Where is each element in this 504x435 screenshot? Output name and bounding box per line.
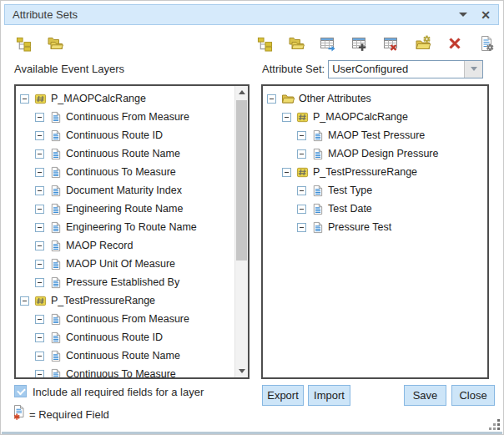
- tree-item[interactable]: MAOP Test Pressure: [263, 126, 487, 144]
- collapse-box-icon[interactable]: [20, 296, 29, 306]
- tree-item[interactable]: MAOP Design Pressure: [263, 144, 487, 163]
- dropdown-button[interactable]: [464, 61, 482, 78]
- collapse-box-icon[interactable]: [35, 186, 44, 195]
- field-icon: [49, 276, 62, 289]
- save-button[interactable]: Save: [404, 385, 446, 406]
- collapse-box-icon[interactable]: [35, 333, 44, 342]
- attribute-set-label: Attribute Set:: [262, 63, 325, 75]
- tree-item-label: Continuous To Measure: [66, 368, 176, 377]
- collapse-box-icon[interactable]: [35, 370, 44, 378]
- tree-item-label: MAOP Unit Of Measure: [66, 258, 175, 270]
- collapse-box-icon[interactable]: [35, 278, 44, 287]
- collapse-box-icon[interactable]: [297, 223, 306, 232]
- vertical-scrollbar[interactable]: [234, 86, 248, 377]
- close-button[interactable]: Close: [451, 385, 495, 406]
- collapse-box-icon[interactable]: [35, 260, 44, 269]
- tree-item[interactable]: MAOP Unit Of Measure: [16, 255, 235, 273]
- collapse-box-icon[interactable]: [297, 186, 306, 195]
- attribute-folders-icon[interactable]: [287, 34, 305, 53]
- table-export-icon[interactable]: [319, 34, 337, 53]
- scroll-down-icon[interactable]: [235, 365, 248, 377]
- layer-icon: [296, 166, 309, 179]
- table-add-icon[interactable]: [350, 34, 369, 53]
- tree-item-label: Document Maturity Index: [66, 185, 182, 196]
- available-event-layers-label: Available Event Layers: [14, 63, 124, 75]
- tree-item-label: Continuous From Measure: [66, 111, 189, 123]
- scrollbar-thumb[interactable]: [236, 100, 247, 260]
- event-layer-folders-icon[interactable]: [46, 34, 64, 53]
- collapse-box-icon[interactable]: [267, 94, 276, 104]
- toolbar-left-group: [14, 34, 64, 53]
- collapse-box-icon[interactable]: [35, 113, 44, 122]
- import-button[interactable]: Import: [308, 385, 350, 406]
- collapse-box-icon[interactable]: [297, 131, 306, 140]
- tree-item[interactable]: Engineering Route Name: [16, 200, 235, 218]
- tree-item[interactable]: Other Attributes: [263, 89, 487, 108]
- collapse-box-icon[interactable]: [35, 149, 44, 159]
- close-icon[interactable]: ✕: [481, 9, 491, 21]
- collapse-box-icon[interactable]: [297, 205, 306, 214]
- tree-item-label: Continuous To Measure: [66, 166, 176, 178]
- tree-item-label: Pressure Established By: [66, 276, 179, 288]
- new-folder-icon[interactable]: [414, 34, 432, 53]
- tree-item[interactable]: Continuous From Measure: [16, 108, 235, 126]
- tree-item[interactable]: Continuous From Measure: [16, 310, 235, 328]
- collapse-icon[interactable]: [459, 13, 467, 17]
- tree-item[interactable]: Document Maturity Index: [16, 181, 235, 200]
- tree-item[interactable]: Continuous Route ID: [16, 328, 235, 346]
- resize-grip[interactable]: [489, 419, 500, 430]
- available-layers-panel: P_MAOPCalcRangeContinuous From MeasureCo…: [14, 84, 249, 379]
- collapse-box-icon[interactable]: [35, 205, 44, 214]
- dialog-title: Attribute Sets: [13, 8, 459, 21]
- required-field-icon: [12, 404, 27, 424]
- tree-item[interactable]: Continuous To Measure: [16, 163, 235, 181]
- collapse-box-icon[interactable]: [35, 131, 44, 140]
- tree-item[interactable]: P_MAOPCalcRange: [16, 89, 235, 108]
- collapse-box-icon[interactable]: [297, 149, 306, 159]
- scroll-up-icon[interactable]: [235, 86, 248, 99]
- attribute-set-dropdown[interactable]: UserConfigured: [328, 60, 483, 78]
- tree-item[interactable]: Continuous To Measure: [16, 365, 235, 377]
- table-remove-icon[interactable]: [382, 34, 401, 53]
- tree-item[interactable]: P_TestPressureRange: [16, 291, 235, 310]
- delete-icon[interactable]: [446, 34, 464, 53]
- tree-item[interactable]: Engineering To Route Name: [16, 218, 235, 236]
- tree-item[interactable]: Continuous Route Name: [16, 144, 235, 163]
- tree-item[interactable]: P_MAOPCalcRange: [263, 108, 487, 126]
- attribute-tree-icon[interactable]: [255, 34, 274, 53]
- export-button[interactable]: Export: [262, 385, 304, 406]
- tree-item-label: Test Type: [328, 185, 372, 196]
- tree-item[interactable]: Test Date: [263, 200, 487, 218]
- field-icon: [49, 148, 62, 160]
- tree-item-label: P_TestPressureRange: [313, 166, 417, 178]
- field-icon: [49, 350, 62, 362]
- tree-item[interactable]: P_TestPressureRange: [263, 163, 487, 181]
- tree-item-label: MAOP Design Pressure: [328, 148, 438, 159]
- event-layer-tree-icon[interactable]: [14, 34, 33, 53]
- collapse-box-icon[interactable]: [20, 94, 29, 104]
- collapse-box-icon[interactable]: [35, 315, 44, 324]
- tree-item[interactable]: Continuous Route ID: [16, 126, 235, 144]
- field-icon: [49, 203, 62, 215]
- tree-item[interactable]: Pressure Test: [263, 218, 487, 236]
- field-icon: [311, 221, 324, 234]
- tree-item[interactable]: MAOP Record: [16, 236, 235, 255]
- include-required-checkbox[interactable]: [14, 385, 27, 397]
- collapse-box-icon[interactable]: [35, 168, 44, 177]
- include-required-label: Include all required fields for a layer: [33, 386, 204, 398]
- field-icon: [49, 240, 62, 252]
- tree-item-label: MAOP Record: [66, 240, 133, 251]
- field-icon: [49, 258, 62, 271]
- field-icon: [49, 313, 62, 326]
- collapse-box-icon[interactable]: [35, 241, 44, 250]
- collapse-box-icon[interactable]: [282, 113, 291, 122]
- tree-item[interactable]: Test Type: [263, 181, 487, 200]
- tree-item-label: MAOP Test Pressure: [328, 129, 425, 141]
- toolbar-right-group: [255, 34, 496, 53]
- report-settings-icon[interactable]: [477, 34, 496, 53]
- collapse-box-icon[interactable]: [35, 352, 44, 361]
- tree-item[interactable]: Continuous Route Name: [16, 346, 235, 365]
- collapse-box-icon[interactable]: [35, 223, 44, 232]
- tree-item[interactable]: Pressure Established By: [16, 273, 235, 291]
- collapse-box-icon[interactable]: [282, 168, 291, 177]
